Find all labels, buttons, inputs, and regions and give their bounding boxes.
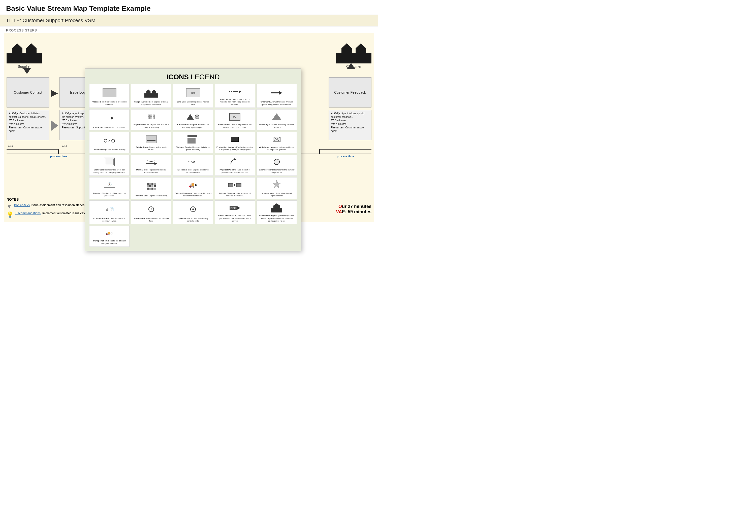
process-box-customer-feedback: Customer Feedback [329, 77, 371, 108]
production-kanban-icon [231, 137, 239, 142]
tl-label-4: process time [319, 155, 371, 158]
legend-cell-customer-supplier-extended: Customer/Supplier (Extended): More detai… [256, 200, 297, 224]
triangle-1 [49, 120, 60, 131]
detail-box-cf: Activity: Agent follows up with customer… [329, 110, 371, 140]
shipment-arrow-icon [271, 91, 282, 95]
summary-line2: VAE: 59 minutes [336, 209, 371, 215]
inventory-icon [272, 113, 282, 120]
legend-grid: Process Box: Represents a process or ope… [89, 84, 297, 247]
legend-cell-load-leveling: × Load Leveling: Shows load leveling. [89, 132, 129, 153]
customer-factory-shape [336, 38, 371, 63]
internal-shipment-icon [228, 183, 241, 187]
legend-cell-improvement: Improvement: Kaizen bursts and improveme… [256, 177, 297, 199]
wait-label-2: wait [62, 144, 67, 147]
heijunka-icon [147, 183, 156, 190]
legend-cell-work-cell: Work Cell: Represents a work cell config… [89, 155, 129, 176]
process-box-customer-contact: Customer Contact [7, 77, 49, 108]
summary-section: Our 27 minutes VAE: 59 minutes [336, 204, 371, 215]
supplier-icon: Supplier [7, 38, 42, 68]
svg-marker-2 [194, 161, 196, 163]
legend-cell-supplier-customer: Supplier/Customer: Depicts external supp… [131, 84, 171, 108]
load-leveling-icon: × [104, 139, 115, 143]
legend-cell-fifo-lane: FIFO FIFO LANE: First In, First Out - ea… [215, 200, 255, 224]
legend-cell-push-arrow: Push Arrow: Indicates the act of materia… [215, 84, 255, 108]
physical-pull-icon [229, 158, 240, 165]
finished-goods-icon [187, 135, 199, 143]
legend-cell-finished-goods: Finished Goods: Represents finished good… [173, 132, 213, 153]
information-icon: i [148, 207, 154, 212]
svg-marker-3 [234, 158, 236, 160]
legend-cell-supermarket: Supermarket: Stockpoint that acts as a b… [131, 109, 171, 130]
legend-cell-safety-stock: Safety Stock: Shows safety stock levels. [131, 132, 171, 153]
supplier-customer-icon [145, 88, 158, 98]
bottleneck-icon: ▼ [7, 203, 12, 210]
process-box-icon [102, 89, 117, 97]
legend-cell-withdrawn-kanban: Withdrawn Kanban: Indicates different of… [256, 132, 297, 153]
operator-icon-shape [274, 159, 280, 165]
legend-cell-communication: 🖥 📄 Communication: Different forms of co… [89, 200, 129, 224]
main-title: Basic Value Stream Map Template Example [0, 0, 378, 14]
legend-cell-timeline: 🕐 Timeline: The timeline/time taken for … [89, 177, 129, 199]
legend-cell-production-kanban: Production Kanban: Production needed of … [215, 132, 255, 153]
external-shipment-icon: 🚚 [189, 182, 197, 188]
legend-cell-data-box: data Data Box: Contains process-related … [173, 84, 213, 108]
legend-cell-information: i Information: More detailed information… [131, 200, 171, 224]
communication-icon: 🖥 📄 [105, 207, 114, 212]
pull-arrow-icon [105, 116, 114, 119]
legend-cell-heijunka: Heijunka Box: Depicts load leveling. [131, 177, 171, 199]
legend-cell-process-box: Process Box: Represents a process or ope… [89, 84, 129, 108]
wait-label-1: wait [8, 144, 13, 147]
work-cell-icon [104, 158, 115, 166]
icons-legend-overlay: ICONS LEGEND Process Box: Represents a p… [85, 68, 301, 251]
summary-line1: Our 27 minutes [336, 204, 371, 209]
process-steps-label: PROCESS STEPS [0, 26, 378, 33]
legend-cell-electronic-info: Electronic Info: Depicts electronic info… [173, 155, 213, 176]
title-bar: TITLE: Customer Support Process VSM [0, 14, 378, 26]
quality-control-icon: Q [190, 207, 196, 212]
legend-cell-physical-pull: Physical Pull: Indicates the act of phys… [215, 155, 255, 176]
legend-title: ICONS LEGEND [89, 73, 297, 81]
data-box-icon: data [186, 89, 200, 97]
legend-title-light: LEGEND [189, 73, 220, 81]
kanban-icon: S [187, 114, 199, 119]
fifo-lane-icon: FIFO [230, 206, 240, 210]
supplier-down-arrow [23, 68, 31, 74]
legend-cell-external-shipment: 🚚 External Shipment: Indicates shipments… [173, 177, 213, 199]
transportation-icon: 🚚 ✈ [106, 231, 113, 235]
electronic-info-icon [188, 159, 198, 165]
supplier-factory-shape [7, 38, 42, 63]
customer-up-arrow [347, 63, 355, 69]
withdrawn-kanban-icon [273, 137, 281, 142]
manual-info-icon [146, 159, 157, 165]
legend-cell-manual-info: Manual Info: Represents manual informati… [131, 155, 171, 176]
detail-box-cc: Activity: Customer initiates contact via… [7, 110, 49, 140]
legend-cell-production-control: PC Production Control: Represents the ce… [215, 109, 255, 130]
legend-cell-kanban: S Kanban Post / Signal Kanban: An invent… [173, 109, 213, 130]
supermarket-icon [148, 114, 155, 119]
customer-supplier-extended-icon [271, 203, 282, 213]
recommendations-icon: 💡 [7, 212, 14, 218]
push-arrow-icon [229, 90, 241, 93]
legend-cell-quality-control: Q Quality Control: Indicates quality con… [173, 200, 213, 224]
legend-cell-internal-shipment: Internal Shipment: Shows internal materi… [215, 177, 255, 199]
improvement-icon [271, 179, 282, 191]
legend-cell-transportation: 🚚 ✈ Transportation: Specific for differe… [89, 226, 129, 247]
legend-cell-inventory: Inventory: Indicates inventory between p… [256, 109, 297, 130]
legend-title-bold: ICONS [166, 73, 189, 81]
production-control-icon: PC [229, 113, 240, 121]
safety-stock-icon [146, 136, 157, 143]
legend-cell-shipment-arrow: Shipment Arrow: Indicates finished goods… [256, 84, 297, 108]
legend-cell-pull-arrow: Pull Arrow: Indicates a pull system. [89, 109, 129, 130]
timeline-icon: 🕐 [104, 182, 115, 188]
arrow-1 [49, 90, 60, 97]
legend-cell-operator: Operator Icon: Represents the number of … [256, 155, 297, 176]
vsm-area: Supplier Customer Customer Contact Issue… [4, 33, 374, 222]
